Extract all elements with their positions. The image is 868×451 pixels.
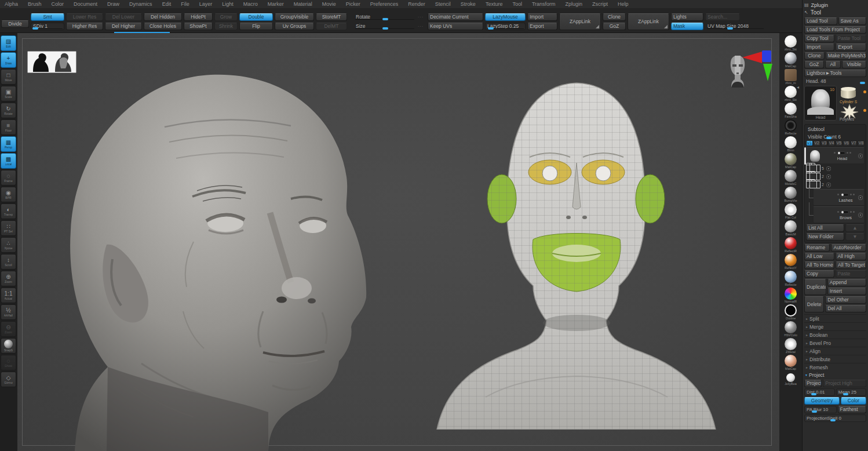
menu-item[interactable]: Layer bbox=[199, 1, 213, 7]
shelf-tool-button[interactable]: □ Move bbox=[1, 69, 16, 85]
menu-item[interactable]: Alpha bbox=[5, 1, 18, 7]
save-as-button[interactable]: Save As bbox=[838, 17, 866, 25]
menu-item[interactable]: Help bbox=[618, 1, 629, 7]
menu-item[interactable]: Preferences bbox=[370, 1, 399, 7]
material-thumbnail[interactable]: BumpVie bbox=[779, 187, 802, 203]
menu-item[interactable]: Stencil bbox=[435, 1, 451, 7]
uv-map-size-slider[interactable]: UV Map Size 2048 bbox=[705, 23, 765, 30]
view-tab[interactable]: V6 bbox=[843, 140, 850, 146]
palette-scroll-dot[interactable] bbox=[863, 90, 866, 93]
subtool-row[interactable]: Brows bbox=[813, 206, 865, 223]
collapsed-subsection[interactable]: ▸ Remesh bbox=[804, 363, 866, 371]
divide-button[interactable]: Divide bbox=[1, 20, 29, 28]
zapplink-button[interactable]: ZAppLink bbox=[559, 13, 601, 30]
view-tab[interactable]: V2 bbox=[814, 140, 820, 146]
view-tab[interactable]: V8 bbox=[858, 140, 865, 146]
material-thumbnail[interactable]: BasicM bbox=[779, 220, 802, 237]
collapsed-subsection[interactable]: ▸ Bevel Pro bbox=[804, 339, 866, 347]
view-tab[interactable]: V5 bbox=[836, 140, 843, 146]
size-slider[interactable]: Size bbox=[353, 23, 416, 30]
lightbox-tools-button[interactable]: Lightbox►Tools bbox=[804, 70, 866, 77]
rotate-slider[interactable]: Rotate bbox=[353, 13, 416, 21]
projectall-button[interactable]: ProjectAll bbox=[804, 380, 822, 387]
axis-orientation-widget[interactable] bbox=[741, 48, 774, 82]
shelf-tool-button[interactable]: ▨ Edit bbox=[1, 35, 16, 51]
lazymouse-button[interactable]: LazyMouse bbox=[485, 13, 526, 21]
shelf-tool-button[interactable]: ◌ Ghost bbox=[1, 355, 16, 370]
lazystep-slider[interactable]: LazyStep 0.25 bbox=[485, 23, 526, 30]
shelf-tool-button[interactable]: ∷ PT Sel bbox=[1, 220, 16, 236]
clone-button[interactable]: Clone bbox=[603, 13, 626, 21]
del-other-button[interactable]: Del Other bbox=[825, 296, 866, 304]
paste-subtool-button[interactable]: Paste bbox=[836, 270, 866, 278]
collapsed-subsection[interactable]: ▸ Merge bbox=[804, 322, 866, 330]
hidept-button[interactable]: HidePt bbox=[184, 13, 213, 21]
visible-count-slider[interactable]: Visible Count 6 bbox=[806, 133, 865, 140]
shelf-tool-button[interactable]: ▦ Persp bbox=[1, 136, 16, 152]
menu-item[interactable]: Light bbox=[222, 1, 234, 7]
menu-item[interactable]: Stroke bbox=[461, 1, 476, 7]
menu-item[interactable]: Draw bbox=[107, 1, 119, 7]
project-high-button[interactable]: Project High bbox=[823, 380, 866, 387]
move-subtool-down-button[interactable]: ▼ bbox=[845, 233, 865, 241]
visibility-toggle[interactable] bbox=[840, 193, 849, 197]
menu-item[interactable]: Movie bbox=[322, 1, 336, 7]
zapplink-button-2[interactable]: ZAppLink bbox=[628, 13, 669, 30]
higher-res-button[interactable]: Higher Res bbox=[66, 23, 103, 30]
project-color-button[interactable]: Color bbox=[841, 397, 866, 405]
material-thumbnail[interactable]: Reflecte bbox=[779, 271, 802, 288]
insert-button[interactable]: Insert bbox=[827, 288, 866, 295]
import-button[interactable]: Import bbox=[527, 13, 557, 21]
shelf-tool-button[interactable]: ⊖ Zoom bbox=[1, 321, 16, 337]
shelf-tool-button[interactable]: ◉ BPR bbox=[1, 187, 16, 202]
load-tools-from-project-button[interactable]: Load Tools From Project bbox=[804, 26, 866, 34]
double-button[interactable]: Double bbox=[239, 13, 273, 21]
material-thumbnail[interactable]: ReflectR bbox=[779, 237, 802, 254]
view-tab[interactable]: V4 bbox=[828, 140, 835, 146]
rename-button[interactable]: Rename bbox=[804, 244, 830, 252]
shelf-tool-button[interactable]: + Draw bbox=[1, 52, 16, 68]
view-tab[interactable]: V1 bbox=[806, 140, 813, 146]
search-field[interactable]: Search... bbox=[705, 13, 740, 21]
export-button[interactable]: Export bbox=[527, 23, 557, 30]
copy-tool-button[interactable]: Copy Tool bbox=[804, 35, 834, 42]
all-to-target-button[interactable]: All To Target bbox=[836, 261, 866, 269]
gear-icon[interactable] bbox=[858, 213, 863, 217]
shelf-tool-button[interactable]: ◇ Gizmo bbox=[1, 372, 16, 387]
del-higher-button[interactable]: Del Higher bbox=[105, 23, 142, 30]
collapsed-subsection[interactable]: ▸ Boolean bbox=[804, 330, 866, 339]
cylinder-tool-thumbnail[interactable]: Cylinder S bbox=[838, 86, 866, 103]
paste-tool-button[interactable]: Paste Tool bbox=[836, 35, 866, 42]
projection-shell-slider[interactable]: ProjectionShell 0 bbox=[804, 414, 866, 422]
goz-tool-button[interactable]: GoZ bbox=[804, 61, 824, 68]
subtool-scrollbar[interactable] bbox=[804, 147, 806, 165]
goz-visible-button[interactable]: Visible bbox=[842, 61, 866, 68]
subtool-row[interactable]: Head bbox=[806, 147, 865, 164]
material-thumbnail[interactable]: zbro_m bbox=[779, 69, 802, 86]
material-thumbnail[interactable]: Outline bbox=[779, 304, 802, 321]
list-all-button[interactable]: List All bbox=[806, 224, 844, 232]
shelf-tool-button[interactable]: ⊕ Zoom bbox=[1, 271, 16, 286]
gear-icon[interactable] bbox=[826, 174, 831, 179]
project-section-header[interactable]: ▾ Project bbox=[804, 371, 866, 379]
all-high-button[interactable]: All High bbox=[836, 253, 866, 260]
menu-item[interactable]: Texture bbox=[486, 1, 503, 7]
all-to-home-button[interactable]: All To Home bbox=[804, 261, 834, 269]
gear-icon[interactable] bbox=[826, 183, 831, 187]
tool-palette-header[interactable]: ↖ Tool bbox=[804, 9, 866, 16]
subtool-row[interactable]: Lashes bbox=[813, 189, 865, 206]
append-button[interactable]: Append bbox=[827, 279, 866, 286]
visible-count-thumb[interactable] bbox=[826, 137, 831, 139]
del-lower-button[interactable]: Del Lower bbox=[105, 13, 142, 21]
copy-subtool-button[interactable]: Copy bbox=[804, 270, 834, 278]
zplugin-palette-header[interactable]: ▤ Zplugin bbox=[804, 1, 866, 9]
collapsed-subsection[interactable]: ▸ Align bbox=[804, 347, 866, 355]
gear-icon[interactable] bbox=[858, 154, 863, 158]
shelf-tool-button[interactable]: ▩ Local bbox=[1, 153, 16, 169]
shelf-tool-button[interactable]: ∴ Xpose bbox=[1, 237, 16, 253]
panel-collapse-arrow-icon[interactable]: ◂ bbox=[797, 85, 799, 90]
tool-scroll-thumb[interactable] bbox=[860, 82, 865, 84]
view-tab[interactable]: V3 bbox=[821, 140, 828, 146]
menu-item[interactable]: Material bbox=[294, 1, 312, 7]
material-thumbnail[interactable]: MatCap bbox=[779, 355, 802, 372]
